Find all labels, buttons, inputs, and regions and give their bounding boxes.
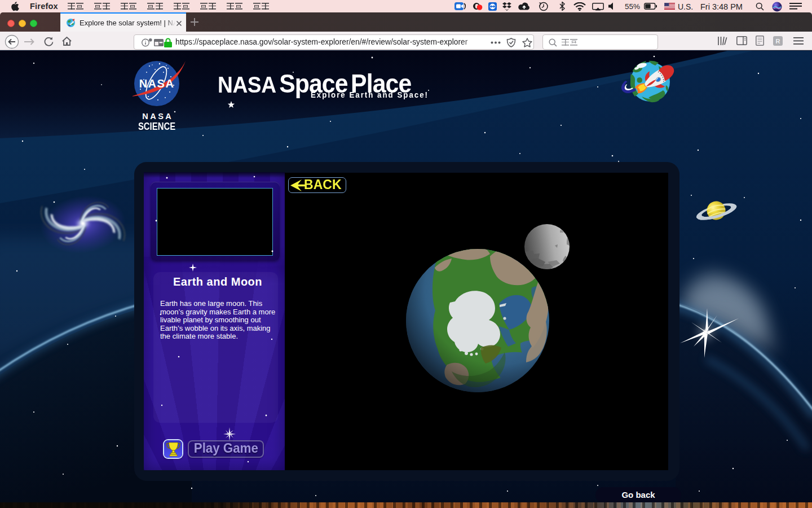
svg-text:R: R xyxy=(776,38,780,45)
svg-text:NASA: NASA xyxy=(139,77,175,90)
